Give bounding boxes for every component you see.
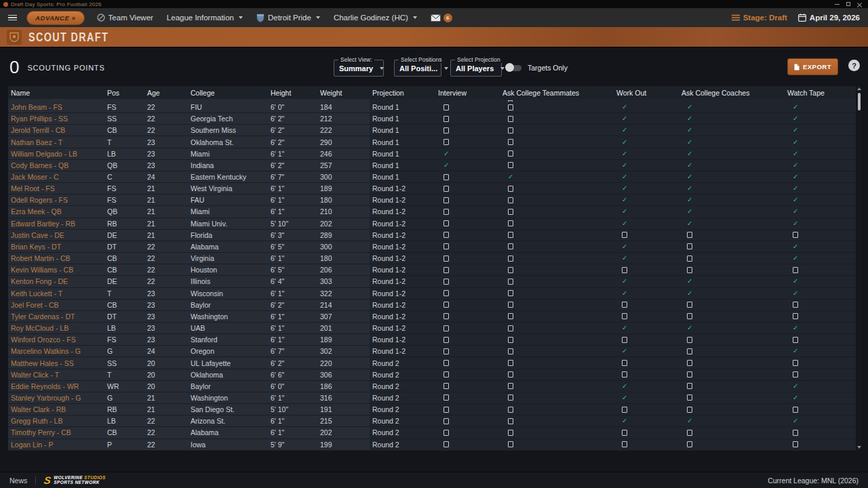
scout-checkbox[interactable]	[443, 302, 449, 308]
column-header[interactable]: Interview	[435, 89, 500, 97]
scout-checkbox[interactable]	[622, 360, 627, 366]
scout-checkbox[interactable]	[687, 371, 692, 378]
nav-team-viewer[interactable]: Team Viewer	[97, 14, 153, 22]
scout-checkbox[interactable]	[443, 139, 449, 145]
scout-checkbox[interactable]	[443, 197, 449, 203]
minimize-icon[interactable]	[835, 4, 840, 5]
player-name-link[interactable]: John Beam - FS	[8, 103, 104, 111]
player-name-link[interactable]: Logan Lin - P	[8, 441, 104, 449]
scout-checkbox[interactable]	[443, 116, 449, 122]
scout-checkbox[interactable]	[508, 104, 513, 110]
player-name-link[interactable]: Tyler Cardenas - DT	[8, 312, 104, 321]
scout-checkbox[interactable]	[443, 279, 449, 285]
scout-checkbox[interactable]	[622, 313, 627, 319]
help-button[interactable]: ?	[848, 60, 860, 71]
column-header[interactable]: Work Out	[614, 89, 679, 97]
scout-checkbox[interactable]	[687, 394, 692, 401]
scout-checkbox[interactable]	[508, 139, 513, 145]
scroll-down-icon[interactable]	[857, 446, 861, 449]
scout-checkbox[interactable]	[687, 360, 692, 366]
column-header[interactable]: Projection	[370, 89, 435, 97]
scout-checkbox[interactable]	[508, 279, 513, 285]
scout-checkbox[interactable]	[622, 441, 627, 447]
scrollbar-thumb[interactable]	[858, 93, 861, 110]
scout-checkbox[interactable]	[443, 394, 449, 401]
scout-checkbox[interactable]	[687, 243, 692, 249]
player-name-link[interactable]: Marcelino Watkins - G	[8, 347, 104, 355]
scout-checkbox[interactable]	[793, 313, 798, 319]
player-name-link[interactable]: Brian Keys - DT	[8, 243, 104, 251]
nav-league-information[interactable]: League Information	[167, 14, 243, 22]
scout-checkbox[interactable]	[687, 256, 692, 262]
scout-checkbox[interactable]	[622, 337, 627, 343]
column-header[interactable]: Pos	[104, 89, 144, 97]
scout-checkbox[interactable]	[622, 371, 627, 378]
advance-button[interactable]: ADVANCE »	[26, 11, 85, 25]
stage-indicator[interactable]: Stage: Draft	[732, 14, 787, 22]
scout-checkbox[interactable]	[443, 209, 449, 215]
scout-checkbox[interactable]	[793, 302, 798, 308]
player-name-link[interactable]: Stanley Yarbrough - G	[8, 394, 104, 402]
scout-checkbox[interactable]	[443, 371, 449, 378]
scout-checkbox[interactable]	[508, 360, 513, 366]
player-name-link[interactable]: Walter Click - T	[8, 371, 104, 379]
scout-checkbox[interactable]	[508, 325, 513, 331]
player-name-link[interactable]: Jack Moser - C	[8, 173, 104, 181]
scout-checkbox[interactable]	[793, 407, 798, 413]
scout-checkbox[interactable]	[443, 232, 449, 238]
scout-checkbox[interactable]	[443, 104, 449, 110]
scout-checkbox[interactable]	[793, 430, 798, 436]
scout-checkbox[interactable]	[508, 116, 513, 122]
player-name-link[interactable]: Nathan Baez - T	[8, 138, 104, 146]
scout-checkbox[interactable]	[508, 418, 513, 424]
scout-checkbox[interactable]	[443, 267, 449, 273]
scout-checkbox[interactable]	[508, 127, 513, 134]
scout-checkbox[interactable]	[508, 197, 513, 203]
positions-select[interactable]: Select Positions All Positi...	[394, 60, 441, 77]
scout-checkbox[interactable]	[687, 383, 692, 389]
scout-checkbox[interactable]	[508, 407, 513, 413]
scout-checkbox[interactable]	[793, 267, 798, 273]
player-name-link[interactable]: Roy McCloud - LB	[8, 324, 104, 332]
scout-checkbox[interactable]	[622, 232, 627, 238]
scroll-up-icon[interactable]	[857, 87, 861, 90]
scout-checkbox[interactable]	[443, 360, 449, 366]
scout-checkbox[interactable]	[443, 186, 449, 192]
column-header[interactable]: College	[188, 89, 268, 97]
scout-checkbox[interactable]	[443, 441, 449, 447]
column-header[interactable]: Ask College Coaches	[679, 89, 785, 97]
scout-checkbox[interactable]	[508, 348, 513, 354]
scout-checkbox[interactable]	[508, 209, 513, 215]
nav-coach-menu[interactable]: Charlie Godinez (HC)	[334, 14, 417, 22]
maximize-icon[interactable]	[846, 2, 850, 6]
player-name-link[interactable]: William Delgado - LB	[8, 150, 104, 158]
targets-only-toggle[interactable]: Targets Only	[507, 64, 568, 72]
player-name-link[interactable]: Eddie Reynolds - WR	[8, 382, 104, 390]
column-header[interactable]: Weight	[317, 89, 370, 97]
scout-checkbox[interactable]	[793, 360, 798, 366]
player-name-link[interactable]: Justin Cave - DE	[8, 231, 104, 239]
scout-checkbox[interactable]	[443, 256, 449, 262]
scout-checkbox[interactable]	[687, 267, 692, 273]
scout-checkbox[interactable]	[443, 383, 449, 389]
column-header[interactable]: Watch Tape	[785, 89, 856, 97]
close-icon[interactable]	[857, 2, 862, 7]
scout-checkbox[interactable]	[508, 267, 513, 273]
scout-checkbox[interactable]	[443, 430, 449, 436]
news-link[interactable]: News	[9, 476, 27, 485]
player-name-link[interactable]: Matthew Hales - SS	[8, 359, 104, 367]
player-name-link[interactable]: Ryan Phillips - SS	[8, 115, 104, 123]
scout-checkbox[interactable]	[508, 290, 513, 296]
player-name-link[interactable]: Walter Clark - RB	[8, 405, 104, 413]
player-name-link[interactable]: Kevin Williams - CB	[8, 266, 104, 274]
player-name-link[interactable]: Odell Rogers - FS	[8, 196, 104, 204]
view-select[interactable]: Select View: Summary	[334, 60, 384, 77]
scout-checkbox[interactable]	[508, 371, 513, 378]
export-button[interactable]: EXPORT	[787, 58, 838, 75]
player-name-link[interactable]: Jerold Terrill - CB	[8, 126, 104, 134]
player-name-link[interactable]: Timothy Perry - CB	[8, 428, 104, 436]
scout-checkbox[interactable]	[508, 186, 513, 192]
scout-checkbox[interactable]	[687, 337, 692, 343]
scout-checkbox[interactable]	[687, 313, 692, 319]
scout-checkbox[interactable]	[687, 232, 692, 238]
